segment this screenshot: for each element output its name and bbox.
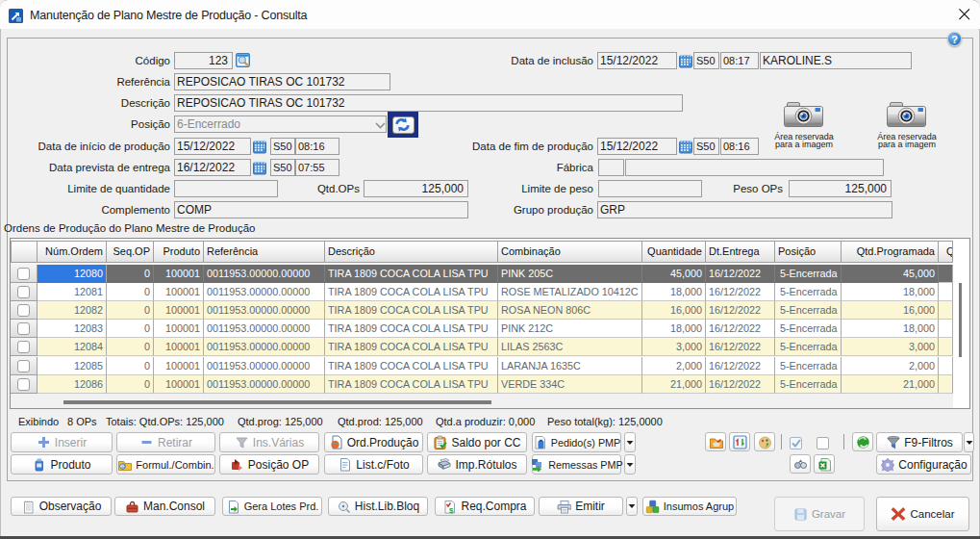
svg-text:@: @ bbox=[121, 463, 126, 469]
svg-text:$: $ bbox=[449, 505, 454, 514]
